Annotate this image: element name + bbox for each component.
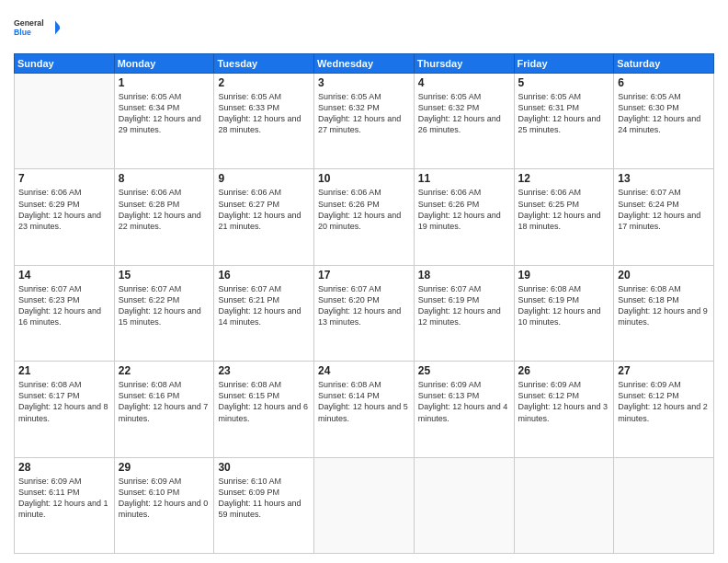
calendar-cell: 29Sunrise: 6:09 AMSunset: 6:10 PMDayligh… <box>114 457 214 553</box>
logo-svg: General Blue <box>14 9 60 46</box>
calendar-cell <box>614 457 714 553</box>
day-number: 1 <box>119 76 210 89</box>
svg-text:Blue: Blue <box>14 28 31 37</box>
day-number: 25 <box>418 364 510 377</box>
sun-info: Sunrise: 6:05 AMSunset: 6:31 PMDaylight:… <box>518 91 610 136</box>
svg-marker-2 <box>55 21 60 35</box>
weekday-header: Monday <box>114 54 214 74</box>
sun-info: Sunrise: 6:07 AMSunset: 6:20 PMDaylight:… <box>318 283 410 328</box>
calendar-cell: 8Sunrise: 6:06 AMSunset: 6:28 PMDaylight… <box>114 169 214 265</box>
weekday-header: Friday <box>514 54 614 74</box>
sun-info: Sunrise: 6:08 AMSunset: 6:18 PMDaylight:… <box>618 283 710 328</box>
sun-info: Sunrise: 6:05 AMSunset: 6:33 PMDaylight:… <box>218 91 310 136</box>
calendar-cell: 25Sunrise: 6:09 AMSunset: 6:13 PMDayligh… <box>414 362 514 457</box>
sun-info: Sunrise: 6:08 AMSunset: 6:15 PMDaylight:… <box>218 379 310 424</box>
calendar-cell <box>514 457 614 553</box>
calendar-cell: 22Sunrise: 6:08 AMSunset: 6:16 PMDayligh… <box>114 362 214 457</box>
sun-info: Sunrise: 6:09 AMSunset: 6:12 PMDaylight:… <box>518 379 610 424</box>
sun-info: Sunrise: 6:08 AMSunset: 6:16 PMDaylight:… <box>119 379 210 424</box>
calendar-cell: 21Sunrise: 6:08 AMSunset: 6:17 PMDayligh… <box>15 362 115 457</box>
sun-info: Sunrise: 6:05 AMSunset: 6:32 PMDaylight:… <box>418 91 510 136</box>
calendar-cell: 2Sunrise: 6:05 AMSunset: 6:33 PMDaylight… <box>214 74 314 169</box>
sun-info: Sunrise: 6:10 AMSunset: 6:09 PMDaylight:… <box>218 476 310 521</box>
sun-info: Sunrise: 6:07 AMSunset: 6:19 PMDaylight:… <box>418 283 510 328</box>
calendar-cell: 6Sunrise: 6:05 AMSunset: 6:30 PMDaylight… <box>614 74 714 169</box>
calendar-cell: 18Sunrise: 6:07 AMSunset: 6:19 PMDayligh… <box>414 265 514 361</box>
sun-info: Sunrise: 6:07 AMSunset: 6:24 PMDaylight:… <box>618 187 710 232</box>
calendar-cell: 11Sunrise: 6:06 AMSunset: 6:26 PMDayligh… <box>414 169 514 265</box>
sun-info: Sunrise: 6:07 AMSunset: 6:23 PMDaylight:… <box>18 283 110 328</box>
calendar-cell: 10Sunrise: 6:06 AMSunset: 6:26 PMDayligh… <box>314 169 415 265</box>
day-number: 26 <box>518 364 610 377</box>
sun-info: Sunrise: 6:09 AMSunset: 6:12 PMDaylight:… <box>618 379 710 424</box>
calendar-cell: 13Sunrise: 6:07 AMSunset: 6:24 PMDayligh… <box>614 169 714 265</box>
day-number: 22 <box>119 364 210 377</box>
day-number: 30 <box>218 461 310 474</box>
day-number: 5 <box>518 76 610 89</box>
calendar-cell: 30Sunrise: 6:10 AMSunset: 6:09 PMDayligh… <box>214 457 314 553</box>
day-number: 15 <box>119 269 210 282</box>
calendar-cell <box>414 457 514 553</box>
weekday-header: Tuesday <box>214 54 314 74</box>
sun-info: Sunrise: 6:08 AMSunset: 6:19 PMDaylight:… <box>518 283 610 328</box>
day-number: 29 <box>119 461 210 474</box>
calendar-cell: 23Sunrise: 6:08 AMSunset: 6:15 PMDayligh… <box>214 362 314 457</box>
sun-info: Sunrise: 6:09 AMSunset: 6:10 PMDaylight:… <box>119 476 210 521</box>
weekday-header: Thursday <box>414 54 514 74</box>
calendar-cell <box>314 457 415 553</box>
calendar-cell: 26Sunrise: 6:09 AMSunset: 6:12 PMDayligh… <box>514 362 614 457</box>
calendar-cell: 12Sunrise: 6:06 AMSunset: 6:25 PMDayligh… <box>514 169 614 265</box>
sun-info: Sunrise: 6:06 AMSunset: 6:29 PMDaylight:… <box>18 187 110 232</box>
day-number: 2 <box>218 76 310 89</box>
day-number: 16 <box>218 269 310 282</box>
day-number: 19 <box>518 269 610 282</box>
day-number: 7 <box>18 172 110 185</box>
day-number: 13 <box>618 172 710 185</box>
header: General Blue <box>14 9 714 46</box>
sun-info: Sunrise: 6:08 AMSunset: 6:14 PMDaylight:… <box>318 379 410 424</box>
day-number: 4 <box>418 76 510 89</box>
day-number: 21 <box>18 364 110 377</box>
day-number: 23 <box>218 364 310 377</box>
calendar-cell: 28Sunrise: 6:09 AMSunset: 6:11 PMDayligh… <box>15 457 115 553</box>
calendar-table: SundayMondayTuesdayWednesdayThursdayFrid… <box>14 53 714 554</box>
day-number: 9 <box>218 172 310 185</box>
sun-info: Sunrise: 6:09 AMSunset: 6:13 PMDaylight:… <box>418 379 510 424</box>
sun-info: Sunrise: 6:07 AMSunset: 6:21 PMDaylight:… <box>218 283 310 328</box>
day-number: 11 <box>418 172 510 185</box>
sun-info: Sunrise: 6:06 AMSunset: 6:26 PMDaylight:… <box>318 187 410 232</box>
day-number: 6 <box>618 76 710 89</box>
day-number: 12 <box>518 172 610 185</box>
day-number: 8 <box>119 172 210 185</box>
calendar-cell: 16Sunrise: 6:07 AMSunset: 6:21 PMDayligh… <box>214 265 314 361</box>
weekday-header: Saturday <box>614 54 714 74</box>
calendar-cell: 19Sunrise: 6:08 AMSunset: 6:19 PMDayligh… <box>514 265 614 361</box>
calendar-cell: 5Sunrise: 6:05 AMSunset: 6:31 PMDaylight… <box>514 74 614 169</box>
calendar-cell: 20Sunrise: 6:08 AMSunset: 6:18 PMDayligh… <box>614 265 714 361</box>
calendar-cell: 4Sunrise: 6:05 AMSunset: 6:32 PMDaylight… <box>414 74 514 169</box>
day-number: 17 <box>318 269 410 282</box>
weekday-header: Wednesday <box>314 54 415 74</box>
calendar-cell: 24Sunrise: 6:08 AMSunset: 6:14 PMDayligh… <box>314 362 415 457</box>
sun-info: Sunrise: 6:06 AMSunset: 6:27 PMDaylight:… <box>218 187 310 232</box>
calendar-cell: 17Sunrise: 6:07 AMSunset: 6:20 PMDayligh… <box>314 265 415 361</box>
page: General Blue SundayMondayTuesdayWednesda… <box>0 0 728 563</box>
day-number: 24 <box>318 364 410 377</box>
sun-info: Sunrise: 6:06 AMSunset: 6:25 PMDaylight:… <box>518 187 610 232</box>
sun-info: Sunrise: 6:09 AMSunset: 6:11 PMDaylight:… <box>18 476 110 521</box>
sun-info: Sunrise: 6:06 AMSunset: 6:26 PMDaylight:… <box>418 187 510 232</box>
calendar-cell <box>15 74 115 169</box>
calendar-cell: 14Sunrise: 6:07 AMSunset: 6:23 PMDayligh… <box>15 265 115 361</box>
day-number: 28 <box>18 461 110 474</box>
svg-text:General: General <box>14 18 44 28</box>
day-number: 14 <box>18 269 110 282</box>
sun-info: Sunrise: 6:05 AMSunset: 6:30 PMDaylight:… <box>618 91 710 136</box>
calendar-cell: 1Sunrise: 6:05 AMSunset: 6:34 PMDaylight… <box>114 74 214 169</box>
sun-info: Sunrise: 6:08 AMSunset: 6:17 PMDaylight:… <box>18 379 110 424</box>
calendar-cell: 15Sunrise: 6:07 AMSunset: 6:22 PMDayligh… <box>114 265 214 361</box>
day-number: 3 <box>318 76 410 89</box>
calendar-cell: 9Sunrise: 6:06 AMSunset: 6:27 PMDaylight… <box>214 169 314 265</box>
logo: General Blue <box>14 9 60 46</box>
calendar-cell: 3Sunrise: 6:05 AMSunset: 6:32 PMDaylight… <box>314 74 415 169</box>
day-number: 18 <box>418 269 510 282</box>
